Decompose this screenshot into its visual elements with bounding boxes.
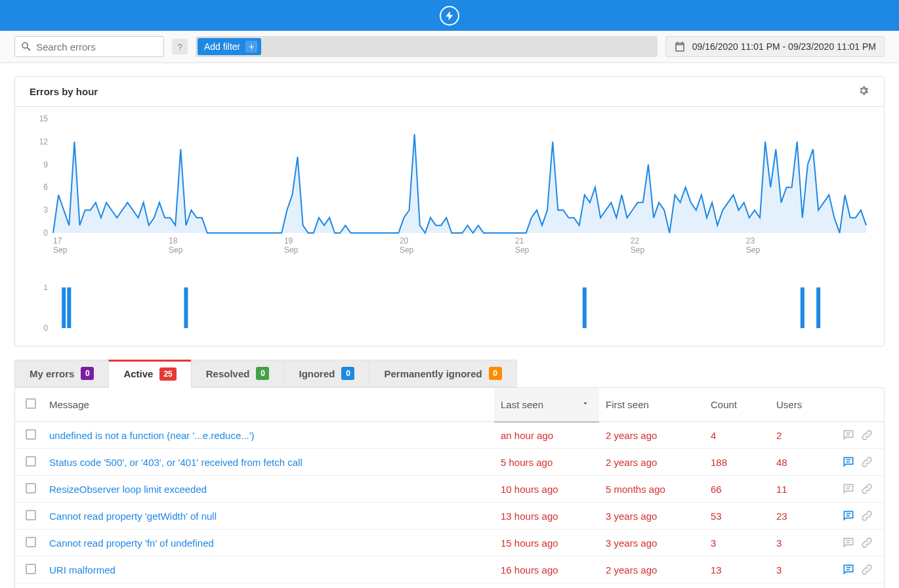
error-message-link[interactable]: URI malformed xyxy=(49,564,115,576)
comment-icon[interactable] xyxy=(842,482,855,495)
tab-bar: My errors0Active25Resolved0Ignored0Perma… xyxy=(14,360,885,387)
first-seen-value: 3 years ago xyxy=(606,537,657,549)
panel-header: Errors by hour xyxy=(15,77,884,107)
svg-text:0: 0 xyxy=(43,228,48,238)
comment-icon[interactable] xyxy=(842,563,855,576)
link-icon[interactable] xyxy=(860,482,873,495)
error-message-link[interactable]: Status code '500', or '403', or '401' re… xyxy=(49,457,303,468)
errors-line-chart: 0369121517Sep18Sep19Sep20Sep21Sep22Sep23… xyxy=(30,114,869,258)
svg-text:19: 19 xyxy=(284,236,293,245)
comment-icon[interactable] xyxy=(842,429,855,442)
table-row: URI malformed16 hours ago2 years ago133 xyxy=(15,556,884,583)
tab-label: Active xyxy=(123,368,153,379)
select-all-checkbox[interactable] xyxy=(26,398,36,409)
users-value: 11 xyxy=(776,484,787,495)
svg-text:0: 0 xyxy=(43,324,48,331)
tab-my-errors[interactable]: My errors0 xyxy=(14,360,108,387)
comment-icon[interactable] xyxy=(842,536,855,549)
svg-text:12: 12 xyxy=(39,137,49,146)
error-message-link[interactable]: Cannot read property 'getWidth' of null xyxy=(49,511,217,522)
date-range-picker[interactable]: 09/16/2020 11:01 PM - 09/23/2020 11:01 P… xyxy=(665,36,885,57)
tab-active[interactable]: Active25 xyxy=(108,360,190,388)
gear-icon xyxy=(858,85,869,96)
column-header-count[interactable]: Count xyxy=(704,388,770,422)
add-filter-label: Add filter xyxy=(204,41,240,52)
svg-rect-26 xyxy=(801,287,805,328)
comment-icon[interactable] xyxy=(842,509,855,522)
filter-bar: Add filter + xyxy=(196,36,658,57)
count-value: 13 xyxy=(711,564,722,576)
link-icon[interactable] xyxy=(860,455,873,469)
row-checkbox[interactable] xyxy=(26,429,36,440)
tab-resolved[interactable]: Resolved0 xyxy=(191,360,284,387)
tab-permanently-ignored[interactable]: Permanently ignored0 xyxy=(369,360,516,387)
tab-count-badge: 25 xyxy=(159,368,176,381)
link-icon[interactable] xyxy=(860,563,873,576)
svg-rect-23 xyxy=(67,287,71,328)
app-header xyxy=(0,0,899,31)
bolt-icon xyxy=(444,10,455,21)
first-seen-value: 3 years ago xyxy=(606,511,657,522)
help-button[interactable]: ? xyxy=(172,39,188,54)
svg-text:6: 6 xyxy=(43,182,48,192)
search-icon xyxy=(20,41,32,52)
row-checkbox[interactable] xyxy=(26,456,36,467)
search-input[interactable] xyxy=(36,41,158,52)
comment-icon[interactable] xyxy=(842,455,855,469)
svg-text:Sep: Sep xyxy=(746,245,761,255)
svg-text:20: 20 xyxy=(400,236,409,245)
tab-ignored[interactable]: Ignored0 xyxy=(283,360,369,387)
error-message-link[interactable]: Cannot read property 'fn' of undefined xyxy=(49,537,214,549)
tab-label: Resolved xyxy=(206,368,250,379)
calendar-icon xyxy=(674,41,686,52)
link-icon[interactable] xyxy=(860,509,873,522)
errors-table-wrap: Message Last seen First seen Count Users… xyxy=(14,387,885,588)
svg-text:Sep: Sep xyxy=(400,245,414,255)
first-seen-value: 2 years ago xyxy=(606,564,657,576)
column-header-message[interactable]: Message xyxy=(43,388,494,422)
first-seen-value: 2 years ago xyxy=(606,457,657,468)
table-row: Cannot read property 'fn' of undefined15… xyxy=(15,530,884,556)
svg-text:9: 9 xyxy=(43,160,48,169)
panel-title: Errors by hour xyxy=(30,86,98,97)
search-box[interactable] xyxy=(14,36,164,57)
row-checkbox[interactable] xyxy=(26,510,36,520)
last-seen-value: an hour ago xyxy=(501,430,553,441)
users-value: 48 xyxy=(776,457,787,468)
svg-text:22: 22 xyxy=(631,236,640,245)
column-header-users[interactable]: Users xyxy=(770,388,835,422)
last-seen-value: 13 hours ago xyxy=(501,511,558,522)
row-checkbox[interactable] xyxy=(26,564,36,574)
column-header-last-seen[interactable]: Last seen xyxy=(494,388,599,422)
users-value: 3 xyxy=(776,537,782,549)
column-header-first-seen[interactable]: First seen xyxy=(599,388,704,422)
users-value: 23 xyxy=(776,511,787,522)
last-seen-value: 15 hours ago xyxy=(501,537,558,549)
error-message-link[interactable]: ResizeObserver loop limit exceeded xyxy=(49,484,207,495)
row-checkbox[interactable] xyxy=(26,483,36,494)
count-value: 66 xyxy=(711,484,722,495)
svg-text:Sep: Sep xyxy=(53,245,68,255)
tab-count-badge: 0 xyxy=(489,367,502,380)
table-row: Cannot read property 'getWidth' of null1… xyxy=(15,503,884,530)
row-checkbox[interactable] xyxy=(26,537,36,547)
tab-label: Permanently ignored xyxy=(384,368,482,379)
svg-text:Sep: Sep xyxy=(284,245,299,255)
errors-panel: Errors by hour 0369121517Sep18Sep19Sep20… xyxy=(14,76,885,346)
users-value: 3 xyxy=(776,564,782,576)
svg-text:3: 3 xyxy=(43,205,48,215)
link-icon[interactable] xyxy=(860,536,873,549)
last-seen-value: 5 hours ago xyxy=(501,457,553,468)
count-value: 4 xyxy=(711,430,716,441)
tab-count-badge: 0 xyxy=(341,367,354,380)
error-message-link[interactable]: undefined is not a function (near '...e.… xyxy=(49,430,255,441)
add-filter-button[interactable]: Add filter + xyxy=(198,38,261,55)
count-value: 3 xyxy=(711,537,716,549)
link-icon[interactable] xyxy=(860,429,873,442)
panel-settings-button[interactable] xyxy=(858,85,869,98)
svg-text:Sep: Sep xyxy=(169,245,183,255)
tab-label: Ignored xyxy=(299,368,335,379)
svg-text:18: 18 xyxy=(169,236,178,245)
count-value: 188 xyxy=(711,457,727,468)
column-header-actions xyxy=(835,388,884,422)
